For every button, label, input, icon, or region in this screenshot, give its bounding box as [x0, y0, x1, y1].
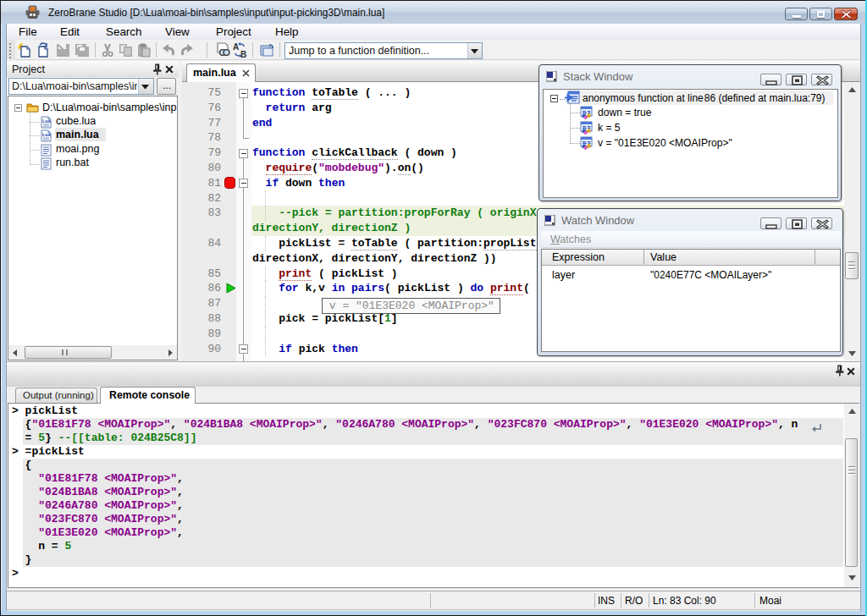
- svg-text:Lua: Lua: [42, 118, 52, 124]
- svg-text:A: A: [233, 42, 239, 52]
- svg-text:Lua: Lua: [42, 132, 52, 137]
- svg-text:B: B: [240, 50, 246, 58]
